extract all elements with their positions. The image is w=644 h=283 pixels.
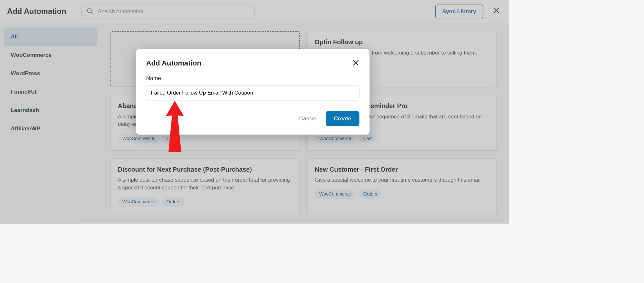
card-tag: Orders — [359, 189, 382, 199]
add-automation-modal: Add Automation Name Cancel Create — [136, 49, 370, 135]
modal-title: Add Automation — [146, 59, 201, 67]
card-tag: WooCommerce — [118, 197, 159, 207]
template-card[interactable]: Discount for Next Purchase (Post-Purchas… — [111, 158, 300, 214]
sidebar-item-funnelkit[interactable]: FunnelKit — [4, 83, 97, 101]
search-icon — [87, 7, 93, 15]
sidebar-item-learndash[interactable]: Learndash — [4, 101, 97, 119]
sidebar-item-woocommerce[interactable]: WooCommerce — [4, 46, 97, 64]
card-tag: Orders — [162, 197, 185, 207]
modal-close-icon[interactable] — [352, 59, 359, 67]
sidebar: All WooCommerce WordPress FunnelKit Lear… — [0, 23, 100, 224]
page-title: Add Automation — [7, 7, 66, 16]
search-wrap — [82, 4, 255, 19]
sidebar-item-wordpress[interactable]: WordPress — [4, 64, 97, 83]
sync-library-button[interactable]: Sync Library — [435, 5, 484, 18]
close-icon[interactable] — [491, 5, 502, 18]
card-tag: WooCommerce — [118, 134, 159, 143]
card-tag: WooCommerce — [315, 189, 356, 199]
card-desc: Give a special welcome to your first-tim… — [315, 176, 489, 184]
create-button[interactable]: Create — [326, 111, 360, 126]
sidebar-item-all[interactable]: All — [4, 27, 97, 46]
automation-name-input[interactable] — [146, 85, 359, 100]
card-desc: A simple post-purchase sequence based on… — [118, 176, 293, 192]
cancel-button[interactable]: Cancel — [299, 115, 316, 122]
card-tag: Cart — [162, 134, 179, 143]
card-tag: Cart — [359, 134, 376, 143]
template-card[interactable]: New Customer - First Order Give a specia… — [307, 158, 496, 214]
name-label: Name — [146, 75, 359, 82]
search-input[interactable] — [82, 4, 255, 19]
svg-line-1 — [91, 12, 92, 13]
card-tag: WooCommerce — [315, 134, 356, 143]
sidebar-item-affiliatewp[interactable]: AffiliateWP — [4, 119, 97, 138]
card-title: Discount for Next Purchase (Post-Purchas… — [118, 166, 293, 173]
card-title: New Customer - First Order — [315, 166, 489, 173]
card-title: Optin Follow up — [315, 38, 489, 46]
topbar: Add Automation Sync Library — [0, 0, 509, 23]
